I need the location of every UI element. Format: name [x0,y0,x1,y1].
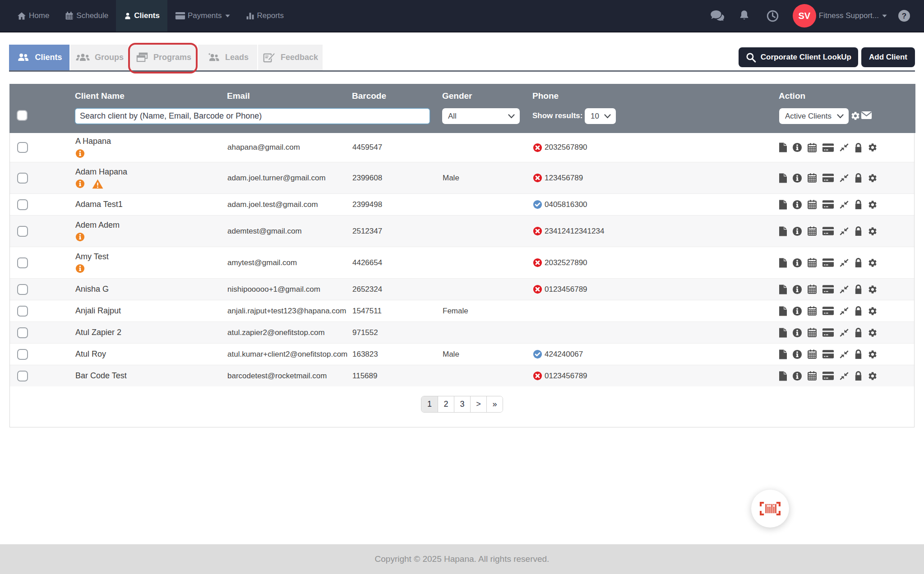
row-checkbox[interactable] [17,199,28,210]
action-calendar-icon[interactable] [807,371,817,381]
action-compress-icon[interactable] [839,258,849,268]
action-lock-icon[interactable] [854,226,863,236]
action-file-icon[interactable] [779,328,787,338]
bell-icon[interactable] [739,9,750,22]
tab-groups[interactable]: Groups [69,45,129,70]
action-lock-icon[interactable] [854,284,863,294]
action-file-icon[interactable] [779,200,787,210]
action-info-circle-icon[interactable] [792,200,802,210]
action-credit-card-solid-icon[interactable] [822,173,834,183]
nav-item-clients[interactable]: Clients [116,0,167,32]
action-calendar-icon[interactable] [807,142,817,153]
action-file-icon[interactable] [779,349,787,359]
action-lock-icon[interactable] [854,327,863,338]
row-checkbox[interactable] [17,257,28,268]
action-lock-icon[interactable] [854,257,863,268]
action-credit-card-solid-icon[interactable] [822,143,834,152]
action-compress-icon[interactable] [839,173,849,183]
gender-filter[interactable]: All [442,108,520,124]
action-file-icon[interactable] [779,285,787,294]
last-page-button[interactable]: » [486,396,503,412]
row-checkbox[interactable] [17,226,28,237]
action-gear-icon[interactable] [868,349,878,359]
info-circle-icon[interactable] [75,264,85,273]
add-client-button[interactable]: Add Client [861,47,915,67]
row-checkbox[interactable] [17,349,28,360]
action-lock-icon[interactable] [854,349,863,359]
action-gear-icon[interactable] [868,173,878,183]
action-gear-icon[interactable] [868,200,878,210]
action-calendar-icon[interactable] [807,226,817,236]
action-info-circle-icon[interactable] [792,142,802,152]
action-credit-card-solid-icon[interactable] [822,306,834,316]
action-calendar-icon[interactable] [807,349,817,359]
action-gear-icon[interactable] [868,142,878,152]
action-lock-icon[interactable] [854,173,863,183]
action-gear-icon[interactable] [868,328,878,338]
page-1-button[interactable]: 1 [421,396,438,412]
action-compress-icon[interactable] [839,328,849,338]
action-compress-icon[interactable] [839,226,849,236]
action-gear-icon[interactable] [868,306,878,316]
nav-item-home[interactable]: Home [9,0,57,32]
action-info-circle-icon[interactable] [792,349,802,359]
gender-filter-select[interactable]: All [442,108,520,124]
action-gear-icon[interactable] [868,258,878,268]
action-info-circle-icon[interactable] [792,371,802,381]
action-credit-card-solid-icon[interactable] [822,285,834,294]
action-compress-icon[interactable] [839,371,849,381]
row-checkbox[interactable] [17,306,28,317]
action-calendar-icon[interactable] [807,257,817,268]
action-info-circle-icon[interactable] [792,258,802,268]
avatar[interactable]: SV [793,4,816,28]
action-compress-icon[interactable] [839,349,849,359]
row-checkbox[interactable] [17,327,28,338]
action-file-icon[interactable] [779,142,787,152]
action-file-icon[interactable] [779,173,787,183]
row-checkbox[interactable] [17,142,28,153]
action-compress-icon[interactable] [839,142,849,152]
action-info-circle-icon[interactable] [792,285,802,294]
action-gear-icon[interactable] [868,285,878,294]
comments-icon[interactable] [710,9,725,22]
action-credit-card-solid-icon[interactable] [822,258,834,267]
action-compress-icon[interactable] [839,306,849,316]
action-credit-card-solid-icon[interactable] [822,349,834,359]
action-calendar-icon[interactable] [807,284,817,294]
nav-item-schedule[interactable]: Schedule [57,0,116,32]
action-lock-icon[interactable] [854,306,863,316]
info-circle-icon[interactable] [75,149,85,158]
action-file-icon[interactable] [779,306,787,316]
action-calendar-icon[interactable] [807,199,817,210]
tab-leads[interactable]: Leads [197,45,257,70]
tab-clients[interactable]: Clients [9,45,69,70]
tab-feedback[interactable]: Feedback [257,45,323,70]
action-calendar-icon[interactable] [807,306,817,316]
action-info-circle-icon[interactable] [792,226,802,236]
action-credit-card-solid-icon[interactable] [822,328,834,337]
action-lock-icon[interactable] [854,199,863,210]
info-circle-icon[interactable] [75,232,85,242]
info-circle-icon[interactable] [75,179,85,188]
action-calendar-icon[interactable] [807,327,817,338]
settings-gear-icon[interactable] [850,111,860,121]
row-checkbox[interactable] [17,173,28,184]
search-input[interactable] [75,108,430,124]
tab-programs[interactable]: Programs [129,45,197,70]
action-calendar-icon[interactable] [807,173,817,183]
action-compress-icon[interactable] [839,200,849,210]
row-checkbox[interactable] [17,371,28,381]
row-checkbox[interactable] [17,284,28,295]
nav-item-reports[interactable]: Reports [238,0,292,32]
barcode-scan-fab[interactable] [751,490,789,528]
action-credit-card-solid-icon[interactable] [822,226,834,236]
envelope-icon[interactable] [861,111,872,119]
select-all-checkbox[interactable] [17,110,28,121]
client-status-filter[interactable]: Active Clients [779,108,849,124]
nav-item-payments[interactable]: Payments [167,0,238,32]
action-info-circle-icon[interactable] [792,173,802,183]
action-credit-card-solid-icon[interactable] [822,200,834,209]
page-size-select[interactable]: 10 [585,108,616,124]
next-page-button[interactable]: > [470,396,486,412]
action-compress-icon[interactable] [839,285,849,294]
